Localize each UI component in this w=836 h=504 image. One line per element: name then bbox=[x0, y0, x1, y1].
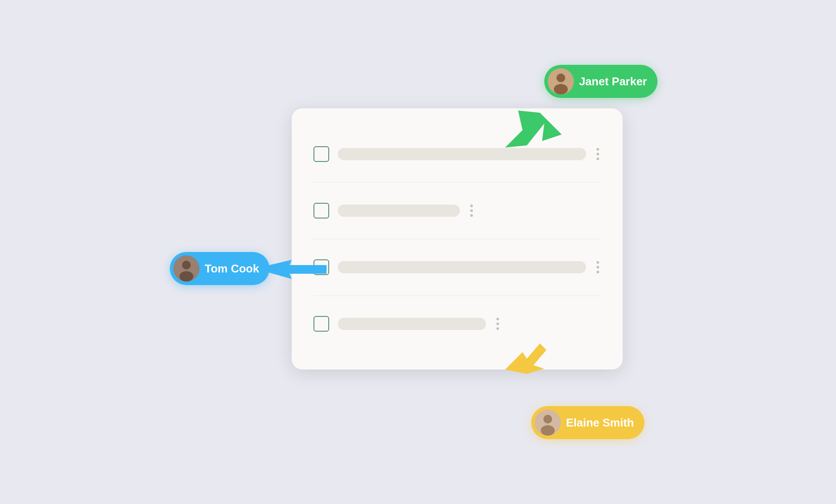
dot bbox=[470, 205, 473, 207]
dot bbox=[597, 153, 599, 155]
badge-tom[interactable]: Tom Cook bbox=[170, 252, 270, 285]
avatar-tom bbox=[173, 255, 199, 282]
dot bbox=[597, 261, 599, 264]
avatar-janet bbox=[548, 68, 574, 94]
svg-point-7 bbox=[556, 74, 565, 82]
avatar-elaine bbox=[535, 410, 561, 436]
badge-elaine[interactable]: Elaine Smith bbox=[531, 406, 644, 439]
janet-name-label: Janet Parker bbox=[579, 75, 647, 88]
elaine-name-label: Elaine Smith bbox=[566, 416, 634, 430]
dots-menu-3[interactable] bbox=[595, 259, 601, 275]
row-bar-1 bbox=[338, 148, 586, 160]
checkbox-1[interactable] bbox=[314, 146, 329, 162]
svg-point-13 bbox=[543, 415, 552, 423]
svg-point-10 bbox=[182, 261, 191, 269]
svg-point-14 bbox=[541, 425, 555, 436]
dot bbox=[597, 271, 599, 273]
list-row bbox=[314, 126, 601, 182]
row-bar-4 bbox=[338, 318, 486, 330]
dots-menu-1[interactable] bbox=[595, 146, 601, 162]
badge-janet[interactable]: Janet Parker bbox=[544, 65, 657, 98]
svg-point-11 bbox=[179, 271, 193, 282]
dot bbox=[496, 323, 499, 325]
checkbox-3[interactable] bbox=[314, 259, 329, 275]
main-card bbox=[292, 108, 623, 370]
dot bbox=[496, 327, 499, 330]
dot bbox=[496, 318, 499, 320]
dot bbox=[470, 214, 473, 217]
list-row bbox=[314, 296, 601, 352]
tom-name-label: Tom Cook bbox=[205, 262, 259, 276]
dots-menu-2[interactable] bbox=[469, 203, 475, 218]
checkbox-2[interactable] bbox=[314, 203, 329, 218]
list-row bbox=[314, 239, 601, 296]
dot bbox=[597, 158, 599, 160]
svg-point-8 bbox=[554, 84, 568, 94]
list-row bbox=[314, 182, 601, 239]
dot bbox=[470, 209, 473, 212]
dot bbox=[597, 266, 599, 269]
checkbox-4[interactable] bbox=[314, 316, 329, 332]
dots-menu-4[interactable] bbox=[495, 316, 501, 332]
dot bbox=[597, 148, 599, 151]
row-bar-3 bbox=[338, 261, 586, 273]
scene: Janet Parker Tom Cook Elaine Smith bbox=[179, 56, 657, 448]
row-bar-2 bbox=[338, 205, 460, 217]
